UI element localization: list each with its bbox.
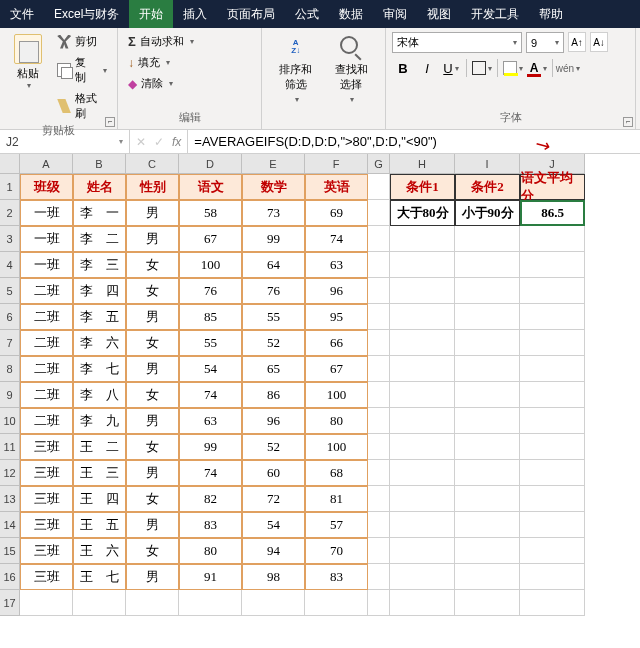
cell[interactable]: 男 — [126, 564, 179, 590]
cell[interactable]: 67 — [305, 356, 368, 382]
cell[interactable]: 54 — [242, 512, 305, 538]
formula-input[interactable]: =AVERAGEIFS(D:D,D:D,">80",D:D,"<90") ↘ — [188, 130, 640, 153]
row-header[interactable]: 17 — [0, 590, 20, 616]
col-header[interactable]: D — [179, 154, 242, 174]
cell[interactable]: 三班 — [20, 538, 73, 564]
cell[interactable]: 67 — [179, 226, 242, 252]
cell[interactable]: 二班 — [20, 330, 73, 356]
cell[interactable]: 女 — [126, 486, 179, 512]
row-header[interactable]: 10 — [0, 408, 20, 434]
cell[interactable]: 76 — [242, 278, 305, 304]
cell[interactable] — [368, 226, 390, 252]
font-color-button[interactable]: A▾ — [526, 57, 548, 79]
row-header[interactable]: 14 — [0, 512, 20, 538]
row-header[interactable]: 11 — [0, 434, 20, 460]
cell[interactable]: 68 — [305, 460, 368, 486]
bold-button[interactable]: B — [392, 57, 414, 79]
tab-插入[interactable]: 插入 — [173, 0, 217, 28]
tab-文件[interactable]: 文件 — [0, 0, 44, 28]
cell[interactable] — [368, 512, 390, 538]
cell[interactable] — [455, 382, 520, 408]
fill-color-button[interactable]: ▾ — [502, 57, 524, 79]
cell[interactable]: 姓名 — [73, 174, 126, 200]
row-header[interactable]: 15 — [0, 538, 20, 564]
cell[interactable] — [390, 252, 455, 278]
cell[interactable] — [368, 434, 390, 460]
col-header[interactable]: F — [305, 154, 368, 174]
cell[interactable]: 58 — [179, 200, 242, 226]
cell[interactable]: 72 — [242, 486, 305, 512]
cell[interactable]: 王 七 — [73, 564, 126, 590]
cell[interactable] — [520, 434, 585, 460]
cell[interactable]: 男 — [126, 512, 179, 538]
cell[interactable] — [520, 590, 585, 616]
cell[interactable]: 63 — [305, 252, 368, 278]
cell[interactable] — [455, 356, 520, 382]
cell[interactable]: 三班 — [20, 460, 73, 486]
col-header[interactable]: E — [242, 154, 305, 174]
tab-开发工具[interactable]: 开发工具 — [461, 0, 529, 28]
tab-数据[interactable]: 数据 — [329, 0, 373, 28]
cell[interactable]: 52 — [242, 434, 305, 460]
cell[interactable] — [455, 564, 520, 590]
spreadsheet-grid[interactable]: 1234567891011121314151617 ABCDEFGHIJ 班级姓… — [0, 154, 640, 616]
cell[interactable] — [520, 356, 585, 382]
cell[interactable]: 数学 — [242, 174, 305, 200]
cell[interactable] — [455, 408, 520, 434]
cell[interactable]: 二班 — [20, 304, 73, 330]
cell[interactable] — [455, 460, 520, 486]
cell[interactable]: 二班 — [20, 278, 73, 304]
cell[interactable] — [455, 226, 520, 252]
font-size-select[interactable]: 9▾ — [526, 32, 564, 53]
cell[interactable] — [520, 512, 585, 538]
cell[interactable] — [455, 252, 520, 278]
cell[interactable]: 英语 — [305, 174, 368, 200]
cell[interactable] — [305, 590, 368, 616]
cell[interactable] — [368, 590, 390, 616]
cell[interactable] — [368, 486, 390, 512]
cell[interactable]: 86 — [242, 382, 305, 408]
col-header[interactable]: C — [126, 154, 179, 174]
cell[interactable]: 100 — [179, 252, 242, 278]
cell[interactable]: 王 三 — [73, 460, 126, 486]
cell[interactable]: 李 一 — [73, 200, 126, 226]
cell[interactable] — [455, 538, 520, 564]
cell[interactable] — [390, 538, 455, 564]
cell[interactable]: 81 — [305, 486, 368, 512]
cell[interactable]: 66 — [305, 330, 368, 356]
col-header[interactable]: H — [390, 154, 455, 174]
row-header[interactable]: 8 — [0, 356, 20, 382]
cut-button[interactable]: 剪切 — [53, 32, 111, 51]
cell[interactable] — [455, 590, 520, 616]
col-header[interactable]: I — [455, 154, 520, 174]
cell[interactable]: 83 — [305, 564, 368, 590]
cell[interactable]: 95 — [305, 304, 368, 330]
cell[interactable]: 王 四 — [73, 486, 126, 512]
row-header[interactable]: 1 — [0, 174, 20, 200]
cell[interactable]: 男 — [126, 460, 179, 486]
sort-filter-button[interactable]: AZ↓ 排序和筛选▾ — [268, 32, 324, 106]
cell[interactable] — [390, 226, 455, 252]
cell[interactable] — [520, 226, 585, 252]
cell[interactable] — [520, 538, 585, 564]
row-header[interactable]: 5 — [0, 278, 20, 304]
cell[interactable]: 83 — [179, 512, 242, 538]
cell[interactable] — [73, 590, 126, 616]
cell[interactable]: 女 — [126, 434, 179, 460]
cell[interactable] — [390, 564, 455, 590]
confirm-icon[interactable]: ✓ — [154, 135, 164, 149]
cell[interactable]: 55 — [242, 304, 305, 330]
cell[interactable] — [390, 590, 455, 616]
cell[interactable]: 女 — [126, 252, 179, 278]
cell[interactable] — [390, 434, 455, 460]
cell[interactable] — [390, 460, 455, 486]
cell[interactable]: 李 六 — [73, 330, 126, 356]
cell[interactable]: 54 — [179, 356, 242, 382]
cell[interactable]: 70 — [305, 538, 368, 564]
row-header[interactable]: 6 — [0, 304, 20, 330]
cell[interactable] — [455, 278, 520, 304]
cell[interactable]: 女 — [126, 538, 179, 564]
cell[interactable]: 李 五 — [73, 304, 126, 330]
cell[interactable]: 91 — [179, 564, 242, 590]
cell[interactable] — [368, 200, 390, 226]
